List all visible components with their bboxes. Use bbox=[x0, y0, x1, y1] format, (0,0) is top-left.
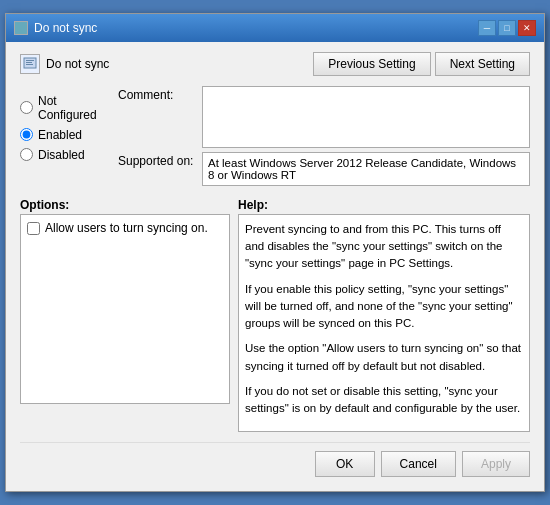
options-panel: Options: Allow users to turn syncing on. bbox=[20, 194, 230, 433]
radio-enabled-label: Enabled bbox=[38, 128, 82, 142]
supported-label: Supported on: bbox=[118, 152, 198, 168]
bottom-buttons: OK Cancel Apply bbox=[20, 442, 530, 481]
help-header: Help: bbox=[238, 194, 530, 214]
radio-group: Not Configured Enabled Disabled bbox=[20, 86, 110, 186]
radio-enabled-input[interactable] bbox=[20, 128, 33, 141]
svg-rect-3 bbox=[26, 64, 33, 65]
allow-syncing-checkbox-row[interactable]: Allow users to turn syncing on. bbox=[27, 221, 223, 235]
main-window: Do not sync ─ □ ✕ Do not sync bbox=[5, 13, 545, 493]
apply-button[interactable]: Apply bbox=[462, 451, 530, 477]
comment-input[interactable] bbox=[203, 87, 529, 147]
radio-disabled-input[interactable] bbox=[20, 148, 33, 161]
help-para-4: If you do not set or disable this settin… bbox=[245, 383, 523, 418]
content-area: Do not sync Previous Setting Next Settin… bbox=[6, 42, 544, 492]
policy-name-text: Do not sync bbox=[46, 57, 109, 71]
next-setting-button[interactable]: Next Setting bbox=[435, 52, 530, 76]
help-content: Prevent syncing to and from this PC. Thi… bbox=[238, 214, 530, 433]
help-para-3: Use the option "Allow users to turn sync… bbox=[245, 340, 523, 375]
radio-not-configured[interactable]: Not Configured bbox=[20, 94, 110, 122]
help-panel: Help: Prevent syncing to and from this P… bbox=[238, 194, 530, 433]
title-bar: Do not sync ─ □ ✕ bbox=[6, 14, 544, 42]
comment-field-wrapper bbox=[202, 86, 530, 148]
radio-disabled-label: Disabled bbox=[38, 148, 85, 162]
title-bar-left: Do not sync bbox=[14, 21, 97, 35]
help-para-1: Prevent syncing to and from this PC. Thi… bbox=[245, 221, 523, 273]
panels-section: Options: Allow users to turn syncing on.… bbox=[20, 194, 530, 433]
nav-buttons: Previous Setting Next Setting bbox=[313, 52, 530, 76]
ok-button[interactable]: OK bbox=[315, 451, 375, 477]
radio-not-configured-input[interactable] bbox=[20, 101, 33, 114]
svg-rect-2 bbox=[26, 62, 32, 63]
window-icon bbox=[14, 21, 28, 35]
svg-rect-1 bbox=[26, 60, 34, 61]
allow-syncing-checkbox[interactable] bbox=[27, 222, 40, 235]
window-title: Do not sync bbox=[34, 21, 97, 35]
title-bar-controls: ─ □ ✕ bbox=[478, 20, 536, 36]
policy-header: Do not sync Previous Setting Next Settin… bbox=[20, 52, 530, 76]
radio-enabled[interactable]: Enabled bbox=[20, 128, 110, 142]
policy-icon bbox=[20, 54, 40, 74]
close-button[interactable]: ✕ bbox=[518, 20, 536, 36]
supported-field-wrapper: At least Windows Server 2012 Release Can… bbox=[202, 152, 530, 186]
supported-text: At least Windows Server 2012 Release Can… bbox=[203, 153, 529, 185]
minimize-button[interactable]: ─ bbox=[478, 20, 496, 36]
radio-not-configured-label: Not Configured bbox=[38, 94, 110, 122]
previous-setting-button[interactable]: Previous Setting bbox=[313, 52, 430, 76]
options-header: Options: bbox=[20, 194, 230, 214]
comment-label: Comment: bbox=[118, 86, 198, 102]
allow-syncing-label: Allow users to turn syncing on. bbox=[45, 221, 208, 235]
cancel-button[interactable]: Cancel bbox=[381, 451, 456, 477]
options-content: Allow users to turn syncing on. bbox=[20, 214, 230, 404]
policy-name-row: Do not sync bbox=[20, 54, 109, 74]
help-para-2: If you enable this policy setting, "sync… bbox=[245, 281, 523, 333]
maximize-button[interactable]: □ bbox=[498, 20, 516, 36]
radio-disabled[interactable]: Disabled bbox=[20, 148, 110, 162]
